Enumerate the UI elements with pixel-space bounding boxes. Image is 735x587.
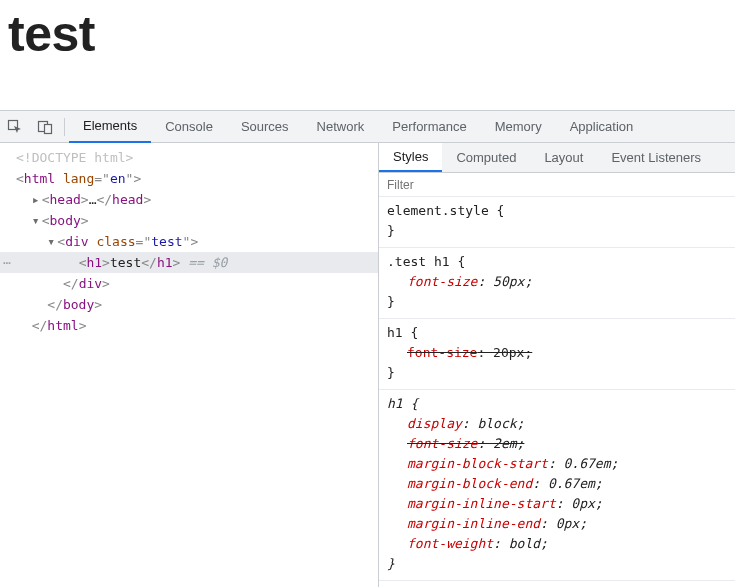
svg-rect-2 [45, 124, 52, 133]
rule-h1-ua[interactable]: h1 { display: block; font-size: 2em; mar… [379, 390, 735, 581]
tab-console[interactable]: Console [151, 111, 227, 143]
rendered-page: test [0, 0, 735, 110]
rule-element-style[interactable]: element.style { } [379, 197, 735, 248]
dom-body-open[interactable]: ▾ <body> [0, 210, 378, 231]
tab-application[interactable]: Application [556, 111, 648, 143]
tab-elements[interactable]: Elements [69, 111, 151, 143]
dom-div-open[interactable]: ▾ <div class="test"> [0, 231, 378, 252]
subtab-styles[interactable]: Styles [379, 143, 442, 172]
style-rules-list: element.style { } .test h1 { font-size: … [379, 197, 735, 587]
page-heading: test [8, 5, 727, 63]
dom-div-close[interactable]: </div> [0, 273, 378, 294]
gutter-ellipsis-icon: … [0, 252, 14, 267]
subtab-event-listeners[interactable]: Event Listeners [597, 143, 715, 172]
styles-filter-input[interactable] [379, 178, 735, 192]
separator [64, 118, 65, 136]
subtab-computed[interactable]: Computed [442, 143, 530, 172]
dom-body-close[interactable]: </body> [0, 294, 378, 315]
dom-tree[interactable]: <!DOCTYPE html> <html lang="en"> ▸ <head… [0, 143, 378, 587]
dom-html-close[interactable]: </html> [0, 315, 378, 336]
inspect-icon[interactable] [0, 111, 30, 143]
devtools-panel: Elements Console Sources Network Perform… [0, 110, 735, 587]
styles-subtabs: Styles Computed Layout Event Listeners [379, 143, 735, 173]
subtab-layout[interactable]: Layout [530, 143, 597, 172]
dom-head[interactable]: ▸ <head>…</head> [0, 189, 378, 210]
styles-panel: Styles Computed Layout Event Listeners e… [378, 143, 735, 587]
dom-doctype[interactable]: <!DOCTYPE html> [0, 147, 378, 168]
tab-network[interactable]: Network [303, 111, 379, 143]
styles-filter-bar [379, 173, 735, 197]
devtools-body: <!DOCTYPE html> <html lang="en"> ▸ <head… [0, 143, 735, 587]
device-toggle-icon[interactable] [30, 111, 60, 143]
dom-h1-selected[interactable]: <h1>test</h1> == $0 [0, 252, 378, 273]
rule-test-h1[interactable]: .test h1 { font-size: 50px; } [379, 248, 735, 319]
devtools-tabbar: Elements Console Sources Network Perform… [0, 111, 735, 143]
tab-performance[interactable]: Performance [378, 111, 480, 143]
tab-sources[interactable]: Sources [227, 111, 303, 143]
dom-html-open[interactable]: <html lang="en"> [0, 168, 378, 189]
rule-h1-author[interactable]: h1 { font-size: 20px; } [379, 319, 735, 390]
tab-memory[interactable]: Memory [481, 111, 556, 143]
